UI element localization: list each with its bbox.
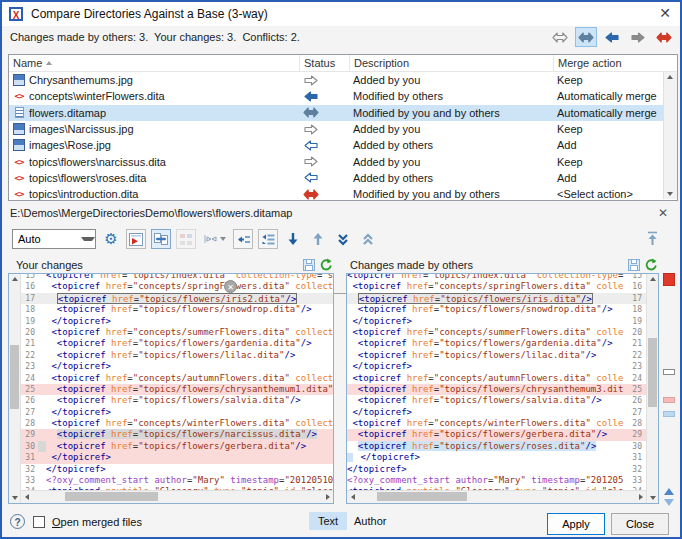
next-change-icon[interactable] — [664, 499, 674, 506]
code-line[interactable]: 17 <topicref href="topics/flowers/iris2.… — [21, 293, 333, 304]
code-line[interactable]: 19 </topicref> — [21, 316, 333, 327]
code-line[interactable]: <topicref href="topics/flowers/snowdrop.… — [347, 304, 646, 315]
conflict-mark[interactable] — [663, 273, 675, 286]
align-differences-button[interactable] — [201, 229, 228, 249]
previous-conflict-button[interactable] — [358, 229, 378, 249]
code-line[interactable]: </topicref>23 — [347, 361, 646, 372]
code-line[interactable]: 20 <topicref href="concepts/summerFlower… — [21, 327, 333, 338]
table-row[interactable]: images\Rose.jpgAdded by othersAdd — [9, 137, 663, 153]
code-line[interactable]: 18 <topicref href="topics/flowers/snowdr… — [21, 304, 333, 315]
code-line[interactable]: 26 <topicref href="topics/flowers/salvia… — [21, 395, 333, 406]
table-row[interactable]: <>topics\flowers\narcissus.ditaAdded by … — [9, 153, 663, 169]
merge-action-cell[interactable]: Add — [553, 172, 663, 184]
right-code-area[interactable]: <topicref href="topics/index.dita" colle… — [347, 274, 646, 490]
code-line[interactable]: 29 <topicref href="topics/flowers/narcis… — [21, 429, 333, 440]
merge-action-cell[interactable]: Keep — [553, 156, 663, 168]
right-editor-horizontal-scrollbar[interactable] — [347, 490, 646, 503]
open-merged-label[interactable]: Open merged files — [52, 516, 142, 528]
current-change-mark[interactable] — [663, 369, 675, 375]
modified-change-mark[interactable] — [663, 397, 675, 403]
code-line[interactable]: <topicref href="concepts/autumnFlowers.d… — [347, 373, 646, 384]
scroll-left-icon[interactable] — [21, 491, 32, 502]
table-row[interactable]: Chrysanthemums.jpgAdded by youKeep — [9, 72, 663, 88]
synchronized-scrolling-toggle[interactable] — [151, 229, 171, 249]
code-line[interactable]: <topicref href="topics/flowers/chrysanth… — [347, 384, 646, 395]
copy-change-from-right-button[interactable] — [233, 229, 253, 249]
settings-button[interactable]: ⚙ — [101, 229, 121, 249]
merge-action-cell[interactable]: Add — [553, 139, 663, 151]
merge-action-cell[interactable]: Automatically merge — [553, 107, 663, 119]
scroll-down-icon[interactable] — [9, 493, 20, 503]
code-line[interactable]: </topicref>19 — [347, 316, 646, 327]
all-changes-button[interactable] — [549, 27, 571, 47]
scrollbar-thumb[interactable] — [648, 338, 657, 407]
code-line[interactable]: 24 <topicref href="concepts/autumnFlower… — [21, 373, 333, 384]
table-row[interactable]: <>topics\flowers\roses.ditaAdded by othe… — [9, 170, 663, 186]
open-merged-files-checkbox[interactable] — [33, 516, 45, 528]
code-line[interactable]: 23 </topicref> — [21, 361, 333, 372]
code-line[interactable]: 15<topicref href="topics/index.dita" col… — [21, 274, 333, 281]
code-line[interactable]: 31 </topicref> — [21, 452, 333, 463]
right-editor-vertical-scrollbar[interactable] — [646, 274, 658, 503]
save-icon[interactable] — [628, 259, 640, 271]
code-line[interactable]: <topicref href="topics/flowers/gerbera.d… — [347, 429, 646, 440]
scrollbar-thumb[interactable] — [65, 492, 159, 501]
column-header-description[interactable]: Description — [349, 55, 553, 71]
scroll-right-icon[interactable] — [635, 491, 646, 502]
scroll-left-icon[interactable] — [347, 491, 358, 502]
table-row[interactable]: flowers.ditamapModified by you and by ot… — [9, 105, 663, 121]
code-line[interactable]: <topicref href="topics/flowers/lilac.dit… — [347, 350, 646, 361]
left-code-area[interactable]: 15<topicref href="topics/index.dita" col… — [21, 274, 333, 490]
change-action-icon[interactable]: ✕ — [224, 280, 237, 293]
author-mode-tab[interactable]: Author — [354, 515, 386, 527]
your-changes-editor[interactable]: 15<topicref href="topics/index.dita" col… — [8, 273, 334, 504]
scrollbar-thumb[interactable] — [10, 345, 19, 409]
first-difference-button[interactable] — [642, 228, 662, 248]
diff-algorithm-select[interactable]: Auto — [12, 229, 96, 249]
code-line[interactable]: 33<?oxy_comment_start author="Mary" time… — [21, 475, 333, 486]
code-line[interactable]: <topicref href="concepts/summerFlowers.d… — [347, 327, 646, 338]
save-icon[interactable] — [303, 259, 315, 271]
code-line[interactable]: </topicref>31 — [347, 452, 646, 463]
conflicts-filter-button[interactable] — [653, 27, 675, 47]
code-line[interactable]: 25 <topicref href="topics/flowers/chrysa… — [21, 384, 333, 395]
merge-action-cell[interactable]: Keep — [553, 74, 663, 86]
perform-files-differencing-button[interactable] — [126, 229, 146, 249]
next-difference-button[interactable] — [283, 229, 303, 249]
apply-button[interactable]: Apply — [547, 513, 605, 535]
close-button[interactable]: Close — [611, 513, 669, 535]
code-line[interactable]: <topicref href="concepts/springFlowers.d… — [347, 281, 646, 292]
merge-action-cell[interactable]: Keep — [553, 123, 663, 135]
column-header-name[interactable]: Name — [9, 55, 299, 71]
changes-by-others-editor[interactable]: <topicref href="topics/index.dita" colle… — [346, 273, 659, 504]
overview-ruler[interactable] — [663, 273, 676, 504]
modified-by-both-filter-button[interactable] — [575, 27, 597, 47]
code-line[interactable]: </topicref>32 — [347, 464, 646, 475]
code-line[interactable]: <topicref href="topics/flowers/roses.dit… — [347, 441, 646, 452]
left-editor-vertical-scrollbar[interactable] — [9, 274, 21, 503]
code-line[interactable]: 16 <topicref href="concepts/springFlower… — [21, 281, 333, 292]
table-row[interactable]: <>concepts\winterFlowers.ditaModified by… — [9, 88, 663, 104]
code-line[interactable]: </topicref>27 — [347, 407, 646, 418]
code-line[interactable]: 30 <topicref href="topics/flowers/gerber… — [21, 441, 333, 452]
table-vertical-scrollbar[interactable] — [663, 72, 677, 199]
code-line[interactable]: 21 <topicref href="topics/flowers/garden… — [21, 338, 333, 349]
changes-by-others-filter-button[interactable] — [601, 27, 623, 47]
scroll-down-icon[interactable] — [647, 493, 658, 503]
code-line[interactable]: 28 <topicref href="concepts/winterFlower… — [21, 418, 333, 429]
scroll-right-icon[interactable] — [322, 491, 333, 502]
your-changes-filter-button[interactable] — [627, 27, 649, 47]
window-close-icon[interactable]: ✕ — [659, 5, 671, 21]
merge-action-cell[interactable]: <Select action> — [553, 188, 663, 200]
refresh-icon[interactable] — [319, 258, 332, 271]
scroll-up-icon[interactable] — [647, 274, 658, 284]
scrollbar-thumb[interactable] — [377, 492, 467, 501]
code-line[interactable]: 27 </topicref> — [21, 407, 333, 418]
code-line[interactable]: 32</topicref> — [21, 464, 333, 475]
code-line[interactable]: <?oxy_comment_start author="Mary" timest… — [347, 475, 646, 486]
previous-change-icon[interactable] — [664, 488, 674, 495]
added-change-mark[interactable] — [663, 411, 675, 417]
refresh-icon[interactable] — [644, 258, 657, 271]
column-header-merge-action[interactable]: Merge action — [553, 55, 677, 71]
left-editor-horizontal-scrollbar[interactable] — [21, 490, 333, 503]
